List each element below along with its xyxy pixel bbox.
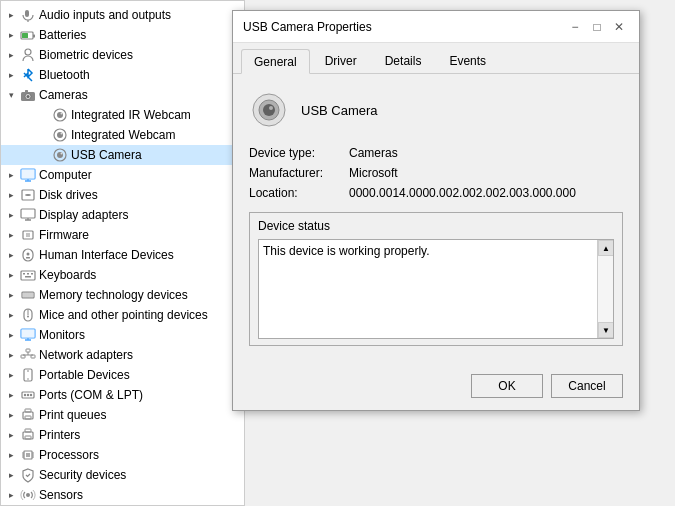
tree-item-batteries[interactable]: Batteries [1,25,244,45]
tree-item-computer[interactable]: Computer [1,165,244,185]
tree-item-audio[interactable]: Audio inputs and outputs [1,5,244,25]
label-processors: Processors [39,448,99,462]
icon-batteries [20,27,36,43]
tree-item-mice[interactable]: Mice and other pointing devices [1,305,244,325]
icon-computer [20,167,36,183]
label-ports: Ports (COM & LPT) [39,388,143,402]
svg-rect-28 [23,231,33,239]
expand-arrow-batteries[interactable] [5,29,17,41]
tree-item-cameras[interactable]: Cameras [1,85,244,105]
tab-details[interactable]: Details [372,49,435,73]
icon-webcam [52,127,68,143]
tree-item-printers[interactable]: Printers [1,425,244,445]
device-properties: Device type: Cameras Manufacturer: Micro… [249,146,623,200]
expand-arrow-hid[interactable] [5,249,17,261]
svg-rect-37 [31,273,33,275]
label-usb-camera: USB Camera [71,148,142,162]
dialog-content: USB Camera Device type: Cameras Manufact… [233,74,639,374]
cancel-button[interactable]: Cancel [551,374,623,398]
svg-point-63 [27,394,29,396]
icon-sensors [20,487,36,503]
expand-arrow-monitors[interactable] [5,329,17,341]
status-scrollbar[interactable]: ▲ ▼ [597,240,613,338]
svg-point-5 [25,49,31,55]
tree-item-display[interactable]: Display adapters [1,205,244,225]
expand-arrow-computer[interactable] [5,169,17,181]
expand-arrow-bluetooth[interactable] [5,69,17,81]
expand-arrow-firmware[interactable] [5,229,17,241]
tree-item-keyboards[interactable]: Keyboards [1,265,244,285]
prop-manufacturer-value: Microsoft [349,166,623,180]
icon-audio [20,7,36,23]
expand-arrow-ports[interactable] [5,389,17,401]
tree-item-monitors[interactable]: Monitors [1,325,244,345]
label-printers: Printers [39,428,80,442]
status-text: This device is working properly. [263,244,609,258]
tree-item-print-queues[interactable]: Print queues [1,405,244,425]
icon-usb-camera [52,147,68,163]
expand-arrow-audio[interactable] [5,9,17,21]
tree-item-hid[interactable]: Human Interface Devices [1,245,244,265]
expand-arrow-cameras[interactable] [5,89,17,101]
icon-ir-webcam [52,107,68,123]
tree-item-processors[interactable]: Processors [1,445,244,465]
expand-arrow-sensors[interactable] [5,489,17,501]
expand-arrow-portable[interactable] [5,369,17,381]
expand-arrow-mice[interactable] [5,309,17,321]
svg-rect-70 [25,436,31,439]
svg-point-86 [263,104,275,116]
label-portable: Portable Devices [39,368,130,382]
tree-item-biometric[interactable]: Biometric devices [1,45,244,65]
svg-point-24 [25,194,31,196]
label-memory: Memory technology devices [39,288,188,302]
icon-network [20,347,36,363]
device-manager-panel: Audio inputs and outputsBatteriesBiometr… [0,0,245,506]
tree-item-ir-webcam[interactable]: Integrated IR Webcam [1,105,244,125]
expand-arrow-processors[interactable] [5,449,17,461]
prop-location-value: 0000.0014.0000.002.002.002.003.000.000 [349,186,623,200]
tree-item-usb-camera[interactable]: USB Camera [1,145,244,165]
expand-arrow-print-queues[interactable] [5,409,17,421]
scrollbar-track [598,256,613,322]
usb-camera-properties-dialog: USB Camera Properties − □ ✕ GeneralDrive… [232,10,640,411]
svg-rect-49 [21,329,35,338]
titlebar-controls: − □ ✕ [565,17,629,37]
ok-button[interactable]: OK [471,374,543,398]
tab-driver[interactable]: Driver [312,49,370,73]
svg-point-32 [27,253,30,256]
tree-item-ports[interactable]: Ports (COM & LPT) [1,385,244,405]
tree-item-firmware[interactable]: Firmware [1,225,244,245]
tab-events[interactable]: Events [436,49,499,73]
tree-item-sensors[interactable]: Sensors [1,485,244,505]
tree-item-disk[interactable]: Disk drives [1,185,244,205]
tree-item-memory[interactable]: Memory technology devices [1,285,244,305]
close-button[interactable]: ✕ [609,17,629,37]
tree-item-bluetooth[interactable]: Bluetooth [1,65,244,85]
svg-rect-4 [22,33,28,38]
minimize-button[interactable]: − [565,17,585,37]
maximize-button[interactable]: □ [587,17,607,37]
expand-arrow-security[interactable] [5,469,17,481]
expand-arrow-display[interactable] [5,209,17,221]
tab-general[interactable]: General [241,49,310,74]
tree-item-network[interactable]: Network adapters [1,345,244,365]
expand-arrow-network[interactable] [5,349,17,361]
tree-item-security[interactable]: Security devices [1,465,244,485]
svg-point-15 [61,133,63,135]
label-print-queues: Print queues [39,408,106,422]
expand-arrow-memory[interactable] [5,289,17,301]
expand-arrow-biometric[interactable] [5,49,17,61]
expand-arrow-printers[interactable] [5,429,17,441]
tree-item-webcam[interactable]: Integrated Webcam [1,125,244,145]
svg-rect-34 [21,271,35,280]
scrollbar-down-button[interactable]: ▼ [598,322,614,338]
prop-manufacturer: Manufacturer: Microsoft [249,166,623,180]
tree-item-portable[interactable]: Portable Devices [1,365,244,385]
svg-point-79 [26,493,30,497]
expand-arrow-disk[interactable] [5,189,17,201]
expand-arrow-keyboards[interactable] [5,269,17,281]
prop-location-label: Location: [249,186,349,200]
prop-manufacturer-label: Manufacturer: [249,166,349,180]
scrollbar-up-button[interactable]: ▲ [598,240,614,256]
icon-memory [20,287,36,303]
